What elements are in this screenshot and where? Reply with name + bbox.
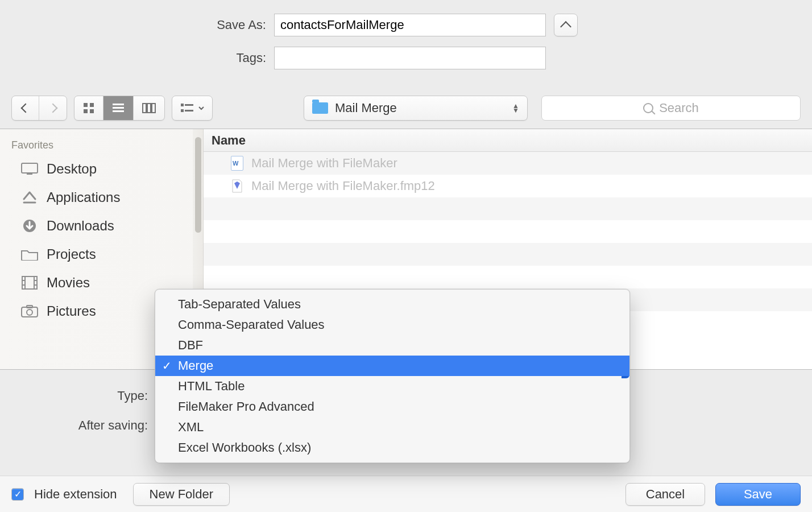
search-icon [643,103,653,113]
svg-rect-13 [185,110,193,112]
tags-label: Tags: [0,51,274,65]
nav-back-button[interactable] [12,96,39,120]
file-row[interactable]: Mail Merge with FileMaker.fmp12 [204,175,812,197]
cancel-button[interactable]: Cancel [625,483,705,506]
svg-rect-2 [84,109,88,113]
word-document-icon [231,156,243,171]
view-icons-button[interactable] [74,96,103,120]
svg-rect-0 [84,103,88,107]
type-option-xlsx[interactable]: Excel Workbooks (.xlsx) [155,437,629,458]
svg-rect-14 [22,163,38,173]
nav-history-group [11,96,67,121]
file-row-empty [204,266,812,288]
sidebar-item-label: Desktop [47,161,97,177]
pictures-icon [20,304,39,318]
sidebar-item-applications[interactable]: Applications [0,183,203,212]
grid-icon [82,102,95,114]
chevron-up-icon [560,21,571,32]
folder-location-popup[interactable]: Mail Merge ▲▼ [304,96,528,121]
list-icon [111,102,125,114]
svg-rect-3 [90,109,94,113]
type-option-tsv[interactable]: Tab-Separated Values [155,294,629,315]
new-folder-button[interactable]: New Folder [133,483,230,506]
type-option-dbf[interactable]: DBF [155,335,629,356]
filemaker-document-icon [231,179,243,193]
group-by-button[interactable] [172,96,213,121]
view-list-button[interactable] [103,96,134,120]
svg-rect-8 [147,104,151,113]
search-field[interactable]: Search [541,96,801,121]
footer: ✓ Hide extension New Folder Cancel Save [0,476,812,512]
svg-rect-4 [113,104,124,105]
type-option-fmpa[interactable]: FileMaker Pro Advanced [155,397,629,417]
svg-rect-9 [152,104,155,113]
folder-location-label: Mail Merge [335,101,397,115]
sidebar-scrollbar-thumb[interactable] [195,137,201,233]
desktop-icon [20,162,39,176]
tags-input[interactable] [274,47,546,69]
folder-icon [20,247,39,261]
sidebar-item-label: Applications [47,189,120,205]
save-dialog: Save As: Tags: [0,0,812,512]
svg-rect-18 [22,276,37,289]
sidebar-item-label: Downloads [47,218,114,234]
sidebar-item-desktop[interactable]: Desktop [0,155,203,183]
svg-rect-15 [27,174,32,175]
save-button[interactable]: Save [715,483,801,506]
svg-point-27 [27,309,32,315]
save-as-section: Save As: Tags: [0,0,812,91]
hide-extension-checkbox[interactable]: ✓ [11,488,24,501]
file-row[interactable]: Mail Merge with FileMaker [204,152,812,175]
nav-forward-button[interactable] [39,96,67,120]
group-icon [180,103,194,113]
type-label: Type: [0,389,155,403]
sidebar-item-label: Projects [47,246,96,262]
view-columns-button[interactable] [134,96,164,120]
svg-rect-6 [113,110,124,112]
folder-icon [312,102,328,114]
file-name: Mail Merge with FileMaker [251,156,397,171]
toolbar: Mail Merge ▲▼ Search [0,91,812,129]
columns-icon [142,102,156,114]
chevron-right-icon [48,104,58,113]
sidebar-item-label: Pictures [47,303,96,319]
sidebar-item-projects[interactable]: Projects [0,240,203,269]
file-row-empty [204,220,812,243]
type-option-merge[interactable]: Merge [155,356,629,376]
downloads-icon [20,219,39,233]
sidebar-item-label: Movies [47,275,90,291]
svg-rect-10 [181,104,184,106]
type-dropdown-menu: Tab-Separated Values Comma-Separated Val… [155,289,630,463]
save-as-input[interactable] [274,14,546,36]
type-option-html[interactable]: HTML Table [155,376,629,397]
updown-stepper-icon: ▲▼ [512,104,519,113]
type-option-csv[interactable]: Comma-Separated Values [155,315,629,335]
chevron-left-icon [20,104,30,113]
applications-icon [20,191,39,204]
svg-rect-11 [185,104,193,106]
svg-rect-1 [90,103,94,107]
collapse-toggle-button[interactable] [554,14,578,36]
sidebar-heading: Favorites [0,136,203,155]
svg-rect-5 [113,107,124,109]
sidebar-item-downloads[interactable]: Downloads [0,212,203,240]
movies-icon [20,276,39,290]
svg-rect-7 [143,104,146,113]
chevron-down-icon [198,106,204,110]
list-header-name[interactable]: Name [204,129,812,152]
file-row-empty [204,197,812,220]
search-placeholder: Search [659,101,699,115]
file-row-empty [204,243,812,266]
svg-rect-12 [181,109,184,112]
view-mode-group [74,96,165,121]
file-name: Mail Merge with FileMaker.fmp12 [251,179,435,193]
save-as-label: Save As: [0,18,274,32]
hide-extension-label: Hide extension [34,487,117,502]
after-saving-label: After saving: [0,418,155,433]
type-option-xml[interactable]: XML [155,417,629,437]
